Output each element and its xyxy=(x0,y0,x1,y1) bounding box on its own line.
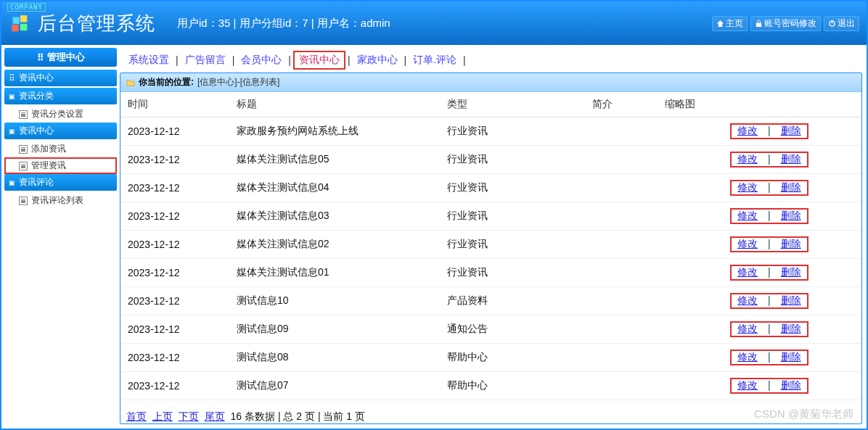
cell-type: 通知公告 xyxy=(440,315,585,344)
sidebar-group-head: ▣资讯分类 xyxy=(4,88,117,104)
edit-link[interactable]: 修改 xyxy=(732,323,763,334)
delete-link[interactable]: 删除 xyxy=(775,238,807,249)
cell-title: 测试信息08 xyxy=(229,344,440,372)
cell-title: 测试信息09 xyxy=(229,315,440,344)
data-table: 时间 标题 类型 简介 缩略图 2023-12-12家政服务预约网站系统上线行业… xyxy=(120,92,861,400)
logout-link[interactable]: 退出 xyxy=(824,16,859,31)
sidebar-item[interactable]: 管理资讯 xyxy=(4,157,117,174)
cell-intro xyxy=(585,315,658,344)
cell-intro xyxy=(585,287,658,315)
cell-thumb xyxy=(658,344,723,372)
content-panel: 你当前的位置: [信息中心]-[信息列表] 时间 标题 类型 简介 缩略图 20… xyxy=(120,73,862,424)
cell-type: 产品资料 xyxy=(440,287,585,315)
document-icon xyxy=(19,110,28,119)
delete-link[interactable]: 删除 xyxy=(775,125,807,136)
cell-time: 2023-12-12 xyxy=(120,372,229,400)
pager-prev[interactable]: 上页 xyxy=(152,410,173,422)
cell-time: 2023-12-12 xyxy=(120,287,229,315)
sidebar-group-head: ▣资讯评论 xyxy=(4,174,117,191)
cell-type: 行业资讯 xyxy=(440,259,585,287)
cell-title: 媒体关注测试信息02 xyxy=(229,231,440,259)
th-type: 类型 xyxy=(440,92,585,117)
delete-link[interactable]: 删除 xyxy=(775,351,807,363)
cell-type: 行业资讯 xyxy=(440,146,585,174)
cell-intro xyxy=(585,146,658,174)
edit-link[interactable]: 修改 xyxy=(732,153,763,165)
cell-intro xyxy=(585,117,658,146)
tab-1[interactable]: 广告留言 xyxy=(181,52,230,68)
table-row: 2023-12-12媒体关注测试信息03行业资讯修改|删除 xyxy=(120,202,861,231)
document-icon xyxy=(19,145,28,154)
th-actions xyxy=(723,92,861,117)
cell-intro xyxy=(585,231,658,259)
edit-link[interactable]: 修改 xyxy=(732,210,763,221)
pager-first[interactable]: 首页 xyxy=(126,410,147,422)
user-info: 用户id：35 | 用户分组id：7 | 用户名：admin xyxy=(177,17,390,30)
edit-link[interactable]: 修改 xyxy=(732,379,763,391)
lock-icon xyxy=(755,20,763,28)
sidebar-item[interactable]: 资讯分类设置 xyxy=(4,106,117,123)
cell-thumb xyxy=(658,287,723,315)
cell-title: 测试信息10 xyxy=(229,287,440,315)
edit-link[interactable]: 修改 xyxy=(732,181,763,193)
th-time: 时间 xyxy=(120,92,229,117)
document-icon xyxy=(19,162,28,170)
edit-link[interactable]: 修改 xyxy=(732,125,763,136)
tab-0[interactable]: 系统设置 xyxy=(124,52,173,68)
delete-link[interactable]: 删除 xyxy=(775,210,807,221)
sidebar-item[interactable]: 添加资讯 xyxy=(4,141,117,157)
cell-title: 媒体关注测试信息01 xyxy=(229,259,440,287)
tab-2[interactable]: 会员中心 xyxy=(237,52,286,68)
cell-time: 2023-12-12 xyxy=(120,344,229,372)
delete-link[interactable]: 删除 xyxy=(775,181,807,193)
edit-link[interactable]: 修改 xyxy=(732,238,763,249)
table-row: 2023-12-12测试信息10产品资料修改|删除 xyxy=(120,287,861,315)
edit-link[interactable]: 修改 xyxy=(732,294,763,306)
cell-thumb xyxy=(658,259,723,287)
cell-title: 媒体关注测试信息05 xyxy=(229,146,440,174)
delete-link[interactable]: 删除 xyxy=(775,379,807,391)
breadcrumb: 你当前的位置: [信息中心]-[信息列表] xyxy=(120,73,861,92)
cell-type: 帮助中心 xyxy=(440,344,585,372)
th-thumb: 缩略图 xyxy=(658,92,723,117)
cell-title: 家政服务预约网站系统上线 xyxy=(229,117,440,146)
edit-link[interactable]: 修改 xyxy=(732,266,763,278)
cell-time: 2023-12-12 xyxy=(120,202,229,231)
svg-rect-0 xyxy=(13,17,20,24)
cell-title: 媒体关注测试信息03 xyxy=(229,202,440,231)
delete-link[interactable]: 删除 xyxy=(775,153,807,165)
document-icon xyxy=(19,197,28,205)
cell-time: 2023-12-12 xyxy=(120,174,229,202)
sidebar-subhead: ⠿资讯中心 xyxy=(4,70,117,86)
sidebar-item[interactable]: 资讯评论列表 xyxy=(4,192,117,209)
cell-intro xyxy=(585,259,658,287)
delete-link[interactable]: 删除 xyxy=(775,266,807,278)
cell-intro xyxy=(585,372,658,400)
pager-next[interactable]: 下页 xyxy=(179,410,199,422)
delete-link[interactable]: 删除 xyxy=(775,294,807,306)
home-link[interactable]: 主页 xyxy=(712,16,748,31)
folder-icon xyxy=(126,79,135,86)
change-password-link[interactable]: 账号密码修改 xyxy=(750,16,821,31)
cell-time: 2023-12-12 xyxy=(120,315,229,344)
table-row: 2023-12-12媒体关注测试信息05行业资讯修改|删除 xyxy=(120,146,861,174)
company-tag: COMPANY xyxy=(7,3,46,12)
system-title: 后台管理系统 xyxy=(38,11,155,36)
table-row: 2023-12-12媒体关注测试信息04行业资讯修改|删除 xyxy=(120,174,861,202)
tab-5[interactable]: 订单.评论 xyxy=(409,52,461,68)
tab-4[interactable]: 家政中心 xyxy=(353,52,402,68)
cell-thumb xyxy=(658,117,723,146)
tab-3[interactable]: 资讯中心 xyxy=(293,51,345,70)
table-row: 2023-12-12媒体关注测试信息01行业资讯修改|删除 xyxy=(120,259,861,287)
cell-intro xyxy=(585,202,658,231)
table-row: 2023-12-12媒体关注测试信息02行业资讯修改|删除 xyxy=(120,231,861,259)
pager-last[interactable]: 尾页 xyxy=(205,410,225,422)
svg-rect-2 xyxy=(12,25,18,31)
cell-thumb xyxy=(658,202,723,231)
table-row: 2023-12-12测试信息08帮助中心修改|删除 xyxy=(120,344,861,372)
home-icon xyxy=(716,20,724,28)
edit-link[interactable]: 修改 xyxy=(732,351,763,363)
cell-type: 行业资讯 xyxy=(440,117,585,146)
cell-thumb xyxy=(658,231,723,259)
delete-link[interactable]: 删除 xyxy=(775,323,807,334)
